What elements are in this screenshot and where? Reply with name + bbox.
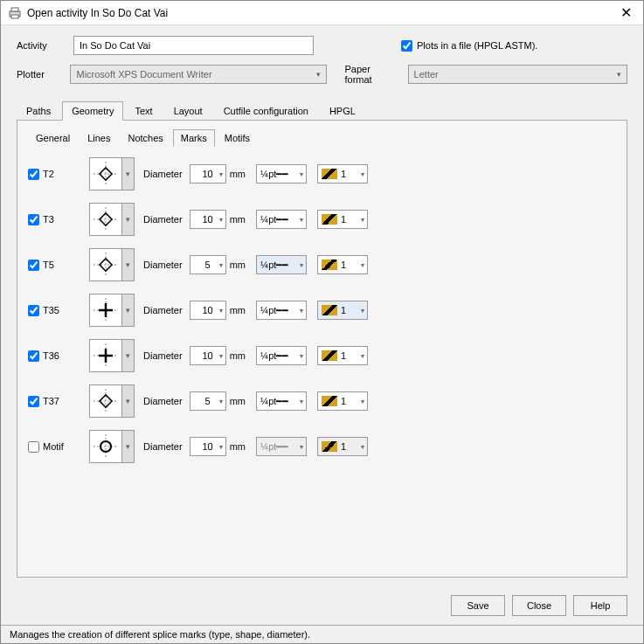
subtab-general[interactable]: General	[28, 129, 78, 147]
save-button[interactable]: Save	[451, 595, 505, 616]
chevron-down-icon: ▾	[219, 398, 223, 405]
mark-shape-dropdown[interactable]: ▾	[122, 339, 135, 372]
diameter-field[interactable]: 10▾	[190, 437, 226, 456]
line-weight-field[interactable]: ¼pt━━▾	[256, 391, 307, 411]
color-swatch-field[interactable]: 1▾	[317, 255, 368, 274]
swatch-value: 1	[341, 260, 346, 270]
chevron-down-icon: ▾	[300, 170, 303, 178]
chevron-down-icon: ▾	[361, 261, 364, 269]
diameter-field[interactable]: 10▾	[190, 346, 226, 365]
tab-cutfile-configuration[interactable]: Cutfile configuration	[214, 101, 318, 121]
paper-format-combo[interactable]: Letter ▾	[408, 65, 627, 84]
mark-shape-preview	[89, 384, 122, 418]
tab-content: GeneralLinesNotchesMarksMotifs T2▾Diamet…	[17, 120, 627, 578]
subtab-lines[interactable]: Lines	[80, 129, 118, 147]
subtab-notches[interactable]: Notches	[120, 129, 170, 147]
printer-icon	[8, 6, 22, 20]
mark-checkbox-input[interactable]	[28, 396, 39, 407]
line-weight-value: ¼pt━━	[260, 169, 288, 180]
mark-checkbox-input[interactable]	[28, 441, 39, 453]
diameter-label: Diameter	[143, 169, 183, 179]
chevron-down-icon: ▾	[300, 443, 303, 451]
activity-label: Activity	[17, 40, 73, 51]
mark-checkbox-t36[interactable]: T36	[28, 350, 89, 362]
mark-shape-preview	[89, 294, 122, 327]
diameter-field[interactable]: 5▾	[190, 255, 226, 274]
chevron-down-icon: ▾	[219, 170, 223, 178]
line-weight-value: ¼pt━━	[260, 305, 288, 316]
plotter-combo[interactable]: Microsoft XPS Document Writer ▾	[70, 65, 327, 84]
diameter-value: 10	[203, 214, 213, 225]
color-swatch-field[interactable]: 1▾	[317, 346, 368, 365]
color-swatch-field[interactable]: 1▾	[317, 301, 368, 320]
plotter-label: Plotter	[17, 69, 70, 80]
line-weight-value: ¼pt━━	[260, 350, 288, 362]
tab-geometry[interactable]: Geometry	[62, 101, 123, 121]
mark-checkbox-t3[interactable]: T3	[28, 214, 89, 225]
chevron-down-icon: ▾	[300, 216, 303, 224]
diameter-field[interactable]: 10▾	[190, 210, 226, 229]
color-swatch-field[interactable]: 1▾	[317, 210, 368, 229]
mark-shape-dropdown[interactable]: ▾	[122, 157, 135, 190]
mark-shape-dropdown[interactable]: ▾	[122, 384, 135, 418]
mark-name-label: Motif	[43, 441, 64, 452]
mark-shape-dropdown[interactable]: ▾	[122, 248, 135, 281]
mark-checkbox-motif[interactable]: Motif	[28, 441, 89, 453]
color-swatch-field[interactable]: 1▾	[317, 164, 368, 184]
tab-paths[interactable]: Paths	[17, 101, 60, 121]
mark-shape-dropdown[interactable]: ▾	[122, 430, 135, 463]
line-weight-field[interactable]: ¼pt━━▾	[256, 301, 307, 320]
tab-hpgl[interactable]: HPGL	[320, 101, 365, 121]
diameter-value: 10	[203, 305, 213, 315]
header-section: Activity Plots in a file (HPGL ASTM). Pl…	[1, 25, 643, 100]
diameter-field[interactable]: 10▾	[190, 301, 226, 320]
mark-name-label: T5	[43, 260, 54, 270]
mark-shape-dropdown[interactable]: ▾	[122, 203, 135, 236]
mark-checkbox-input[interactable]	[28, 350, 39, 362]
mark-row-t3: T3▾Diameter10▾mm¼pt━━▾1▾	[28, 203, 616, 236]
paper-format-label: Paper format	[344, 64, 397, 85]
status-bar: Manages the creation of different splice…	[1, 625, 643, 643]
mark-name-label: T2	[43, 169, 54, 179]
close-button[interactable]: Close	[512, 595, 566, 616]
line-weight-field[interactable]: ¼pt━━▾	[256, 255, 307, 274]
subtab-motifs[interactable]: Motifs	[217, 129, 258, 147]
help-button[interactable]: Help	[573, 595, 627, 616]
line-weight-field[interactable]: ¼pt━━▾	[256, 210, 307, 229]
swatch-value: 1	[341, 305, 346, 315]
mark-checkbox-t2[interactable]: T2	[28, 169, 89, 180]
mark-checkbox-input[interactable]	[28, 260, 39, 271]
mark-checkbox-input[interactable]	[28, 305, 39, 316]
color-swatch-field: 1▾	[317, 437, 368, 456]
plotter-value: Microsoft XPS Document Writer	[76, 69, 211, 80]
line-weight-field[interactable]: ¼pt━━▾	[256, 164, 307, 184]
tab-layout[interactable]: Layout	[164, 101, 212, 121]
mark-row-t5: T5▾Diameter5▾mm¼pt━━▾1▾	[28, 248, 616, 281]
tab-text[interactable]: Text	[125, 101, 162, 121]
mark-checkbox-t37[interactable]: T37	[28, 396, 89, 407]
diameter-field[interactable]: 10▾	[190, 164, 226, 184]
color-swatch-field[interactable]: 1▾	[317, 391, 368, 411]
activity-input[interactable]	[73, 36, 314, 55]
window-title: Open activity In So Do Cat Vai	[27, 7, 616, 19]
plots-in-file-checkbox[interactable]: Plots in a file (HPGL ASTM).	[401, 40, 537, 52]
mark-name-label: T35	[43, 305, 59, 315]
line-weight-value: ¼pt━━	[260, 260, 288, 271]
diameter-value: 10	[203, 169, 213, 179]
mark-checkbox-input[interactable]	[28, 214, 39, 225]
mark-checkbox-t35[interactable]: T35	[28, 305, 89, 316]
mark-checkbox-input[interactable]	[28, 169, 39, 180]
mark-shape-dropdown[interactable]: ▾	[122, 294, 135, 327]
mark-checkbox-t5[interactable]: T5	[28, 260, 89, 271]
chevron-down-icon: ▾	[219, 443, 223, 451]
plots-checkbox-label: Plots in a file (HPGL ASTM).	[417, 40, 537, 51]
chevron-down-icon: ▾	[316, 70, 321, 79]
paper-format-value: Letter	[414, 69, 439, 80]
plots-checkbox-input[interactable]	[401, 40, 412, 52]
line-weight-field[interactable]: ¼pt━━▾	[256, 346, 307, 365]
subtab-marks[interactable]: Marks	[173, 129, 215, 147]
chevron-down-icon: ▾	[361, 216, 364, 224]
diameter-field[interactable]: 5▾	[190, 391, 226, 411]
main-tabs: PathsGeometryTextLayoutCutfile configura…	[1, 100, 643, 120]
close-icon[interactable]: ✕	[616, 4, 636, 21]
